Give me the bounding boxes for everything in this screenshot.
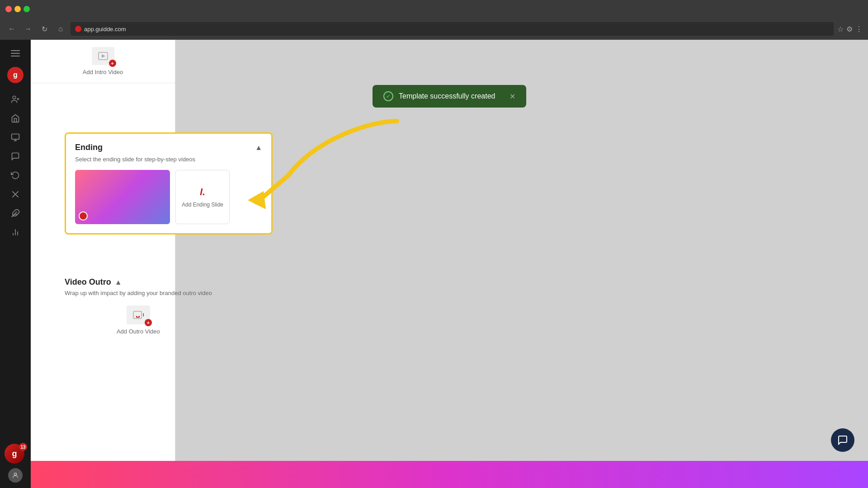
refresh-button[interactable]: ↻ <box>38 23 51 35</box>
video-outro-section: Video Outro ▲ Wrap up with impact by add… <box>65 270 212 342</box>
sidebar-notification-avatar[interactable]: g 13 <box>5 444 26 465</box>
video-outro-subtitle: Wrap up with impact by adding your brand… <box>65 290 212 296</box>
toast-close-button[interactable]: ✕ <box>509 92 515 101</box>
ending-subtitle: Select the ending slide for step-by-step… <box>75 156 262 163</box>
settings-icon[interactable]: ⚙ <box>846 25 853 33</box>
more-options-icon[interactable]: ⋮ <box>855 25 863 33</box>
video-outro-collapse-button[interactable]: ▲ <box>115 278 122 286</box>
add-intro-icon: + <box>92 47 114 65</box>
add-ending-icon: I. <box>200 186 205 198</box>
sidebar-item-add-user[interactable] <box>7 91 24 108</box>
slide-selected-indicator <box>79 211 88 221</box>
bookmark-icon[interactable]: ☆ <box>837 25 844 33</box>
ending-card: Ending ▲ Select the ending slide for ste… <box>65 132 273 235</box>
toast-check-icon: ✓ <box>383 91 393 101</box>
maximize-window-button[interactable] <box>24 6 30 12</box>
add-intro-label: Add Intro Video <box>83 69 123 75</box>
svg-marker-15 <box>102 54 105 58</box>
hamburger-line-1 <box>11 50 20 51</box>
hamburger-menu-button[interactable] <box>7 45 24 61</box>
bottom-gradient-bar <box>31 461 868 488</box>
hamburger-line-2 <box>11 53 20 54</box>
ending-header: Ending ▲ <box>75 143 262 152</box>
url-text: app.guidde.com <box>84 26 126 33</box>
chat-support-button[interactable] <box>831 428 854 452</box>
close-window-button[interactable] <box>5 6 12 12</box>
toolbar-right: ☆ ⚙ ⋮ <box>837 25 863 33</box>
svg-marker-17 <box>143 313 144 317</box>
ending-title: Ending <box>75 143 103 152</box>
ending-collapse-button[interactable]: ▲ <box>255 144 262 152</box>
sidebar-item-video[interactable] <box>7 129 24 145</box>
home-button[interactable]: ⌂ <box>54 23 67 35</box>
hamburger-line-3 <box>11 56 20 56</box>
svg-point-0 <box>13 96 16 99</box>
forward-button[interactable]: → <box>22 23 34 35</box>
content-area: + Add Intro Video Ending ▲ Select the en… <box>31 40 868 488</box>
sidebar-item-refresh[interactable] <box>7 167 24 183</box>
ending-slides: I. Add Ending Slide <box>75 170 262 224</box>
sidebar-bottom: g 13 <box>5 444 26 483</box>
white-panel: + Add Intro Video <box>31 40 175 488</box>
minimize-window-button[interactable] <box>14 6 21 12</box>
user-avatar[interactable] <box>8 468 23 483</box>
video-outro-header: Video Outro ▲ <box>65 277 212 287</box>
main-layout: g g 13 <box>0 40 868 488</box>
address-bar[interactable]: app.guidde.com <box>71 22 834 36</box>
browser-chrome: ← → ↻ ⌂ app.guidde.com ☆ ⚙ ⋮ <box>0 0 868 40</box>
svg-rect-3 <box>12 134 19 140</box>
browser-toolbar: ← → ↻ ⌂ app.guidde.com ☆ ⚙ ⋮ <box>0 18 868 40</box>
slide-thumbnail-selected[interactable] <box>75 170 170 224</box>
notification-badge: 13 <box>19 443 27 451</box>
svg-point-13 <box>14 473 16 475</box>
add-ending-label: Add Ending Slide <box>182 202 223 208</box>
sidebar-item-tools[interactable] <box>7 186 24 202</box>
add-outro-label: Add Outro Video <box>117 328 160 335</box>
brand-logo: g <box>7 67 24 83</box>
sidebar-item-puzzle[interactable] <box>7 205 24 221</box>
add-outro-video-area: + Add Outro Video <box>65 305 212 335</box>
site-favicon <box>75 26 81 32</box>
outro-add-badge: + <box>145 319 152 326</box>
add-intro-area: + Add Intro Video <box>31 40 175 83</box>
add-outro-icon: + <box>127 305 150 324</box>
sidebar-item-analytics[interactable] <box>7 224 24 240</box>
toast-message: Template successfully created <box>399 92 495 100</box>
traffic-lights <box>5 6 30 12</box>
sidebar-item-chat[interactable] <box>7 148 24 164</box>
success-toast: ✓ Template successfully created ✕ <box>373 85 526 108</box>
add-ending-slide-button[interactable]: I. Add Ending Slide <box>175 170 230 224</box>
sidebar: g g 13 <box>0 40 31 488</box>
back-button[interactable]: ← <box>5 23 18 35</box>
video-outro-title: Video Outro <box>65 277 111 287</box>
toast-left: ✓ Template successfully created <box>383 91 495 101</box>
add-badge: + <box>109 60 116 67</box>
title-bar <box>0 0 868 18</box>
sidebar-item-home[interactable] <box>7 110 24 127</box>
